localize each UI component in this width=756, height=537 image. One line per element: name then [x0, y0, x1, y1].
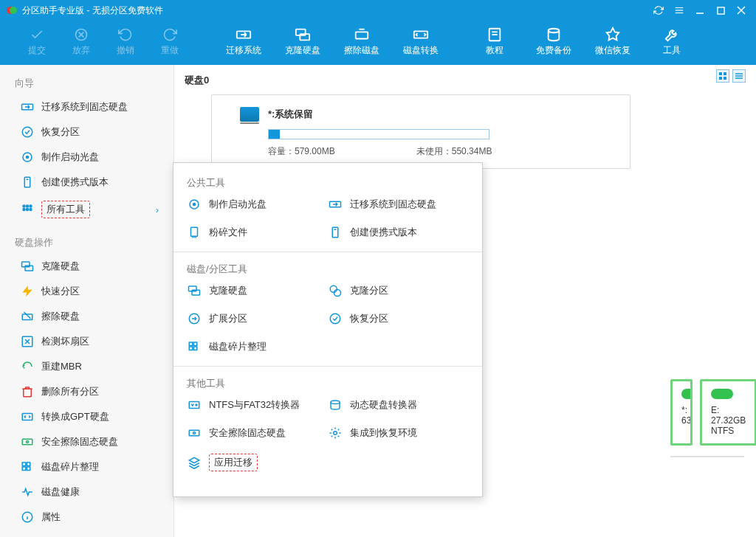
- popup-item[interactable]: 迁移系统到固态硬盘: [328, 197, 469, 212]
- svg-rect-45: [22, 467, 26, 471]
- drive-icon: [240, 107, 259, 122]
- undo-button: 撤销: [103, 21, 148, 62]
- sidebar-item[interactable]: 迁移系统到固态硬盘: [0, 94, 173, 119]
- refresh-button[interactable]: [650, 1, 667, 19]
- popup-item[interactable]: 克隆分区: [328, 283, 469, 298]
- svg-point-22: [22, 127, 32, 137]
- svg-point-1: [10, 7, 17, 14]
- popup-item[interactable]: 扩展分区: [187, 311, 328, 326]
- popup-item[interactable]: 制作启动光盘: [187, 197, 328, 212]
- svg-rect-72: [189, 342, 193, 346]
- popup-item[interactable]: 粉碎文件: [187, 225, 328, 240]
- svg-point-28: [27, 205, 29, 207]
- svg-line-37: [24, 312, 31, 319]
- migrate-icon: [236, 27, 252, 43]
- backup-button[interactable]: 免费备份: [532, 21, 576, 62]
- group-disk-title: 磁盘/分区工具: [173, 258, 482, 283]
- group-other-title: 其他工具: [173, 373, 482, 398]
- popup-item[interactable]: 安全擦除固态硬盘: [187, 426, 328, 440]
- clone-disk-button[interactable]: 克隆硬盘: [281, 21, 325, 62]
- sidebar-item-label: 克隆硬盘: [41, 260, 80, 273]
- minimize-button[interactable]: [691, 1, 709, 19]
- usage-bar: [268, 129, 489, 139]
- popup-item[interactable]: 恢复分区: [328, 311, 469, 326]
- popup-item[interactable]: 应用迁移: [187, 454, 328, 471]
- wipe-disk-button[interactable]: 擦除磁盘: [340, 21, 384, 62]
- svg-point-42: [27, 441, 29, 443]
- ntfsfat-icon: [187, 398, 202, 412]
- popup-item[interactable]: 集成到恢复环境: [328, 426, 469, 440]
- rebuildmbr-icon: [21, 360, 34, 373]
- svg-point-71: [330, 313, 340, 324]
- alltools-icon: [21, 203, 34, 216]
- clone-icon: [187, 283, 202, 298]
- sidebar-item[interactable]: 属性: [0, 505, 173, 530]
- sidebar-item[interactable]: 恢复分区: [0, 119, 173, 145]
- menu-button[interactable]: [670, 1, 688, 19]
- sidebar-item[interactable]: 检测坏扇区: [0, 329, 173, 354]
- svg-rect-53: [724, 77, 726, 80]
- migrate-os-button[interactable]: 迁移系统: [221, 21, 266, 62]
- svg-point-69: [334, 290, 341, 297]
- check-icon: [29, 27, 45, 43]
- sidebar-item[interactable]: 擦除硬盘: [0, 304, 173, 329]
- sidebar-item[interactable]: 删除所有分区: [0, 379, 173, 404]
- sidebar-item[interactable]: 安全擦除固态硬盘: [0, 429, 173, 454]
- chevron-right-icon: ›: [156, 204, 159, 215]
- sidebar-item-label: 所有工具: [41, 201, 90, 218]
- popup-item-label: 创建便携式版本: [350, 226, 417, 239]
- partition-name: *:系统保留: [268, 108, 313, 121]
- partition-tile-star[interactable]: *: 635...: [670, 379, 693, 446]
- gpt-icon: [21, 410, 34, 423]
- sidebar-item[interactable]: 转换成GPT硬盘: [0, 404, 173, 429]
- sidebar-item[interactable]: 重建MBR: [0, 354, 173, 379]
- svg-point-27: [23, 205, 25, 207]
- wechat-recover-button[interactable]: 微信恢复: [591, 21, 635, 62]
- convert-disk-button[interactable]: 磁盘转换: [399, 21, 443, 62]
- wipe-icon: [354, 27, 370, 43]
- popup-item[interactable]: 创建便携式版本: [328, 225, 469, 240]
- tools-button[interactable]: 工具: [650, 21, 694, 62]
- partition-card[interactable]: *:系统保留 容量：579.00MB 未使用：550.34MB: [211, 94, 630, 169]
- app-logo-icon: [6, 4, 18, 16]
- svg-rect-64: [332, 227, 338, 238]
- clone-icon: [295, 27, 311, 43]
- wechat-icon: [605, 27, 621, 43]
- popup-item[interactable]: NTFS与FAT32转换器: [187, 398, 328, 412]
- sidebar-item-label: 磁盘健康: [41, 485, 80, 499]
- popup-item-label: 动态硬盘转换器: [350, 398, 417, 412]
- tutorial-button[interactable]: 教程: [472, 21, 517, 62]
- bootdisc-icon: [21, 150, 34, 164]
- deleteall-icon: [21, 385, 34, 398]
- sidebar-item[interactable]: 快速分区: [0, 279, 173, 304]
- sidebar-item[interactable]: 所有工具›: [0, 195, 173, 224]
- sidebar-item-label: 删除所有分区: [41, 385, 99, 398]
- grid-view-button[interactable]: [716, 69, 729, 83]
- sidebar-item[interactable]: 磁盘健康: [0, 479, 173, 505]
- popup-item[interactable]: 动态硬盘转换器: [328, 398, 469, 412]
- svg-point-24: [27, 156, 29, 159]
- extend-icon: [187, 311, 202, 326]
- close-button[interactable]: [732, 1, 750, 19]
- partition-tile-e[interactable]: E: 27.32GB NTFS: [700, 379, 756, 446]
- window-title: 分区助手专业版 - 无损分区免费软件: [22, 4, 647, 17]
- titlebar: 分区助手专业版 - 无损分区免费软件: [0, 0, 756, 21]
- sidebar-item[interactable]: 制作启动光盘: [0, 145, 173, 170]
- erase-icon: [21, 310, 34, 323]
- sidebar-item[interactable]: 磁盘碎片整理: [0, 454, 173, 479]
- maximize-button[interactable]: [712, 1, 729, 19]
- popup-item[interactable]: 克隆硬盘: [187, 283, 328, 298]
- sidebar-item[interactable]: 创建便携式版本: [0, 170, 173, 195]
- portable-icon: [21, 176, 34, 189]
- list-view-button[interactable]: [732, 69, 746, 83]
- wizard-section-title: 向导: [0, 72, 173, 94]
- sidebar-item[interactable]: 克隆硬盘: [0, 254, 173, 279]
- svg-rect-78: [189, 430, 199, 436]
- popup-item-label: 应用迁移: [209, 454, 258, 471]
- portable-icon: [328, 225, 343, 240]
- svg-rect-52: [719, 77, 722, 80]
- svg-rect-39: [24, 389, 32, 397]
- svg-rect-15: [356, 32, 368, 38]
- dyndisk-icon: [328, 398, 343, 412]
- popup-item[interactable]: 磁盘碎片整理: [187, 339, 328, 354]
